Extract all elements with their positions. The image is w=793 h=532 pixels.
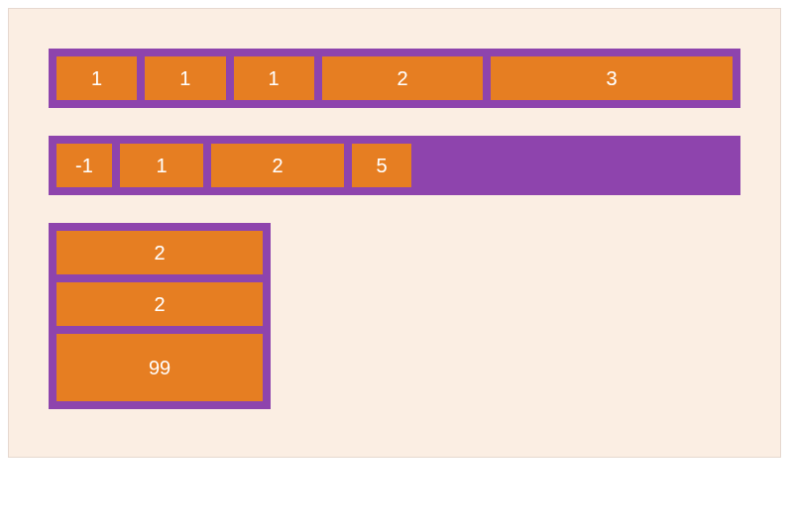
item-label: 2	[272, 155, 283, 177]
item-label: 1	[156, 155, 167, 177]
flex-item: -1	[57, 144, 112, 187]
flex-item: 2	[211, 144, 344, 187]
item-label: -1	[75, 155, 93, 177]
flex-row-1: 1 1 1 2 3	[49, 49, 740, 108]
flex-item: 1	[120, 144, 203, 187]
item-label: 1	[91, 67, 102, 90]
flex-item: 5	[352, 144, 411, 187]
diagram-canvas: 1 1 1 2 3 -1 1 2 5 2 2 99	[8, 8, 781, 458]
flex-item: 2	[57, 282, 263, 326]
item-label: 1	[269, 67, 280, 90]
flex-item: 3	[491, 56, 733, 100]
item-label: 3	[607, 67, 618, 90]
flex-row-2: -1 1 2 5	[49, 136, 740, 195]
item-label: 1	[179, 67, 190, 90]
flex-column: 2 2 99	[49, 223, 271, 409]
flex-item: 99	[57, 334, 263, 401]
flex-item: 1	[145, 56, 225, 100]
item-label: 99	[149, 357, 170, 379]
flex-item: 2	[322, 56, 484, 100]
flex-item: 2	[57, 231, 263, 274]
item-label: 2	[154, 242, 165, 265]
item-label: 5	[376, 155, 387, 177]
flex-item: 1	[234, 56, 314, 100]
item-label: 2	[154, 293, 165, 316]
flex-item: 1	[57, 56, 137, 100]
item-label: 2	[396, 67, 407, 90]
